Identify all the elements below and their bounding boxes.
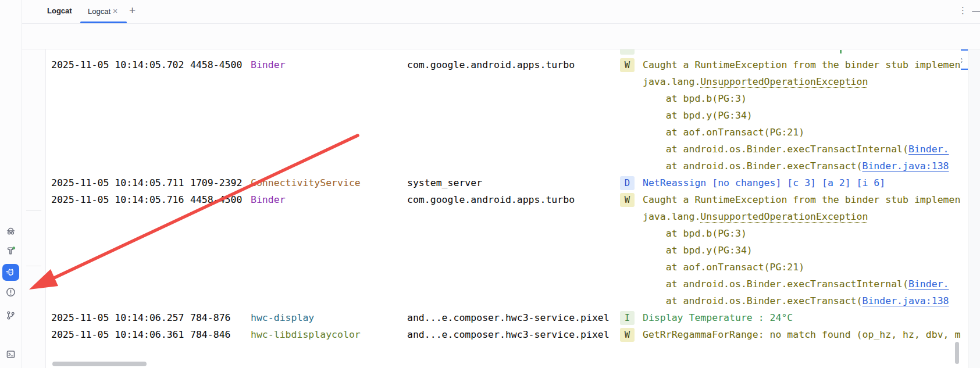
stripe-detective-hat-button[interactable] [2, 223, 19, 240]
build-icon [5, 245, 16, 256]
log-message-text: at aof.onTransact(PG:21) [643, 262, 804, 273]
log-message-text: at aof.onTransact(PG:21) [643, 127, 804, 138]
hide-panel-button[interactable] [972, 11, 980, 12]
log-row-continuation: at android.os.Binder.execTransactInterna… [51, 276, 961, 292]
log-level-badge-cell: D [620, 174, 643, 191]
log-level-badge-cell: W [620, 326, 643, 343]
log-level-badge [620, 49, 635, 55]
exception-class-link[interactable]: UnsupportedOperationException [700, 211, 868, 222]
log-row-continuation: at aof.onTransact(PG:21) [51, 124, 961, 141]
log-message-text: at android.os.Binder.execTransactInterna… [643, 144, 908, 155]
stacktrace-link[interactable]: Binder. [908, 144, 949, 155]
log-row-continuation: java.lang.UnsupportedOperationException [51, 208, 961, 225]
log-row: 2025-11-05 10:14:05.7111709-2392Connecti… [51, 174, 961, 191]
log-message-text: java.lang. [643, 76, 700, 87]
exception-class-link[interactable]: UnsupportedOperationException [700, 76, 868, 87]
log-message-text: at android.os.Binder.execTransact( [643, 160, 863, 172]
log-message: Caught a RuntimeException from the binde… [643, 191, 961, 208]
tab-close-icon[interactable]: × [113, 6, 117, 16]
log-row-continuation: at aof.onTransact(PG:21) [51, 259, 961, 276]
log-message: at bpd.y(PG:34) [643, 107, 961, 124]
log-tag: Binder [251, 56, 407, 73]
log-row: 2025-11-05 10:14:05.7164458-4500Binderco… [51, 191, 961, 208]
stripe-problems-button[interactable] [2, 284, 19, 301]
log-message: at android.os.Binder.execTransactInterna… [643, 276, 961, 292]
tool-window-stripe [0, 0, 22, 368]
detective-hat-icon [5, 226, 16, 237]
stripe-build-button[interactable] [2, 242, 19, 259]
stripe-version-control-button[interactable] [2, 307, 19, 324]
log-message: GetRrRegammaForRange: no match found (op… [643, 326, 961, 343]
log-row-continuation: at bpd.y(PG:34) [51, 107, 961, 124]
log-message: at android.os.Binder.execTransactInterna… [643, 141, 961, 158]
stacktrace-link[interactable]: Binder.java:138 [863, 295, 949, 306]
clipped-log-fragment [840, 50, 842, 53]
tab-logcat[interactable]: Logcat × [80, 2, 127, 22]
log-row-continuation: at bpd.y(PG:34) [51, 242, 961, 259]
log-message-text: GetRrRegammaForRange: no match found (op… [643, 329, 961, 340]
log-package: com.google.android.apps.turbo [407, 191, 620, 208]
vertical-scrollbar-thumb[interactable] [955, 342, 959, 364]
log-level-badge-cell: I [620, 309, 643, 326]
log-pid-tid: 4458-4500 [190, 191, 251, 208]
log-output-area: 2025-11-05 10:14:05.7024458-4500Binderco… [46, 49, 961, 368]
log-lines: 2025-11-05 10:14:05.7024458-4500Binderco… [51, 49, 961, 343]
log-level-badge: W [620, 58, 635, 72]
stripe-logcat-button[interactable] [2, 264, 19, 281]
log-timestamp: 2025-11-05 10:14:05.716 [51, 191, 190, 208]
logcat-toolbar-row: Google Pixel 8a (4C111JEKB26081) Android… [22, 24, 980, 49]
panel-title: Logcat [47, 6, 72, 15]
log-message-text: at bpd.y(PG:34) [643, 110, 753, 121]
horizontal-scrollbar-thumb[interactable] [52, 362, 147, 366]
stacktrace-link[interactable]: Binder.java:138 [863, 160, 949, 172]
toolbar-separator [26, 266, 41, 266]
log-message: at bpd.y(PG:34) [643, 242, 961, 259]
more-options-icon[interactable]: ⋮ [958, 5, 967, 16]
stacktrace-link[interactable]: Binder. [908, 278, 949, 290]
log-message: at aof.onTransact(PG:21) [643, 124, 961, 141]
logcat-icon [5, 267, 16, 278]
log-tag: hwc-display [251, 309, 407, 326]
log-message: Display Temperature : 24°C [643, 309, 961, 326]
log-pid-tid: 4458-4500 [190, 56, 251, 73]
log-package: and...e.composer.hwc3-service.pixel [407, 326, 620, 343]
log-message: at bpd.b(PG:3) [643, 90, 961, 107]
terminal-icon [5, 349, 16, 360]
logcat-action-toolbar [22, 49, 46, 368]
log-pid-tid: 784-876 [190, 309, 251, 326]
log-timestamp: 2025-11-05 10:14:05.711 [51, 174, 190, 191]
log-row-continuation: at bpd.b(PG:3) [51, 90, 961, 107]
log-pid-tid: 784-846 [190, 326, 251, 343]
log-pid-tid: 1709-2392 [190, 174, 251, 191]
log-level-badge: W [620, 328, 635, 342]
log-message-text: Caught a RuntimeException from the binde… [643, 59, 961, 70]
log-message: Caught a RuntimeException from the binde… [643, 56, 961, 73]
log-message: at android.os.Binder.execTransact(Binder… [643, 158, 961, 174]
log-row-continuation: at android.os.Binder.execTransact(Binder… [51, 292, 961, 309]
log-level-badge: W [620, 193, 635, 207]
log-message-text: at bpd.b(PG:3) [643, 228, 747, 239]
log-package: and...e.composer.hwc3-service.pixel [407, 309, 620, 326]
log-tag: hwc-libdisplaycolor [251, 326, 407, 343]
log-message-text: at bpd.y(PG:34) [643, 245, 753, 256]
log-message: java.lang.UnsupportedOperationException [643, 208, 961, 225]
problems-icon [5, 287, 16, 298]
log-timestamp: 2025-11-05 10:14:05.702 [51, 56, 190, 73]
new-tab-button[interactable]: + [129, 4, 136, 17]
log-timestamp: 2025-11-05 10:14:06.257 [51, 309, 190, 326]
log-level-badge: D [620, 176, 635, 190]
log-tag: ConnectivityService [251, 174, 407, 191]
toolbar-separator [26, 210, 41, 211]
log-message: at aof.onTransact(PG:21) [643, 259, 961, 276]
log-message-text: NetReassign [no changes] [c 3] [a 2] [i … [643, 177, 885, 188]
log-row: 2025-11-05 10:14:06.361784-846hwc-libdis… [51, 326, 961, 343]
log-row: 2025-11-05 10:14:06.257784-876hwc-displa… [51, 309, 961, 326]
log-tag: Binder [251, 191, 407, 208]
log-level-badge-cell: W [620, 56, 643, 73]
panel-right-margin [968, 49, 980, 368]
active-tab-underline [80, 22, 127, 23]
log-message: java.lang.UnsupportedOperationException [643, 73, 961, 90]
stripe-terminal-button[interactable] [2, 346, 19, 363]
tab-label: Logcat [88, 7, 111, 16]
log-message: at bpd.b(PG:3) [643, 225, 961, 242]
